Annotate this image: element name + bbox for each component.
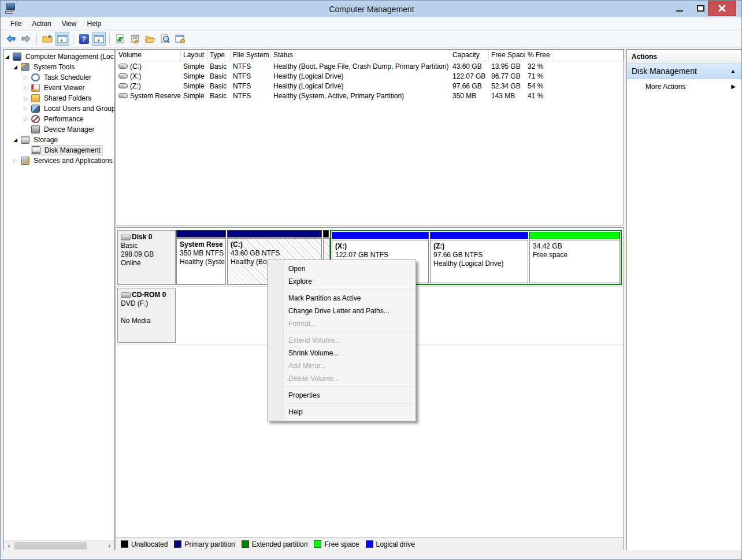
menu-item-delete-volume: Delete Volume... bbox=[268, 372, 415, 385]
tree-item-label: Computer Management (Local bbox=[24, 52, 114, 61]
volume-row-system-reserved[interactable]: System Reserved Simple Basic NTFS Health… bbox=[116, 91, 624, 101]
menu-item-open[interactable]: Open bbox=[268, 262, 415, 275]
menu-item-mark-partition-active[interactable]: Mark Partition as Active bbox=[268, 292, 415, 305]
export-list-icon[interactable] bbox=[40, 32, 54, 46]
tree-item-performance[interactable]: Performance bbox=[4, 114, 114, 124]
partition-z[interactable]: (Z:) 97.66 GB NTFS Healthy (Logical Driv… bbox=[430, 232, 528, 283]
legend-item-unallocated: Unallocated bbox=[121, 540, 168, 548]
partition-free-space[interactable]: 34.42 GB Free space bbox=[529, 232, 620, 283]
menu-file[interactable]: File bbox=[5, 18, 27, 29]
scrollbar-thumb[interactable] bbox=[14, 542, 87, 550]
tree-item-disk-management[interactable]: Disk Management bbox=[4, 145, 114, 155]
tree-item-shared-folders[interactable]: Shared Folders bbox=[4, 93, 114, 103]
volume-pct-free: 32 % bbox=[525, 61, 554, 71]
tree-item-label: Device Manager bbox=[42, 125, 96, 134]
column-header-pct-free[interactable]: % Free bbox=[525, 50, 554, 61]
legend-label: Extended partition bbox=[252, 540, 308, 548]
back-icon[interactable] bbox=[4, 32, 18, 46]
help-icon[interactable]: ? bbox=[77, 32, 91, 46]
collapse-chevron-icon[interactable] bbox=[730, 68, 736, 74]
show-action-pane-icon[interactable] bbox=[92, 32, 106, 46]
menu-item-help[interactable]: Help bbox=[268, 406, 415, 418]
disk-management-icon bbox=[32, 146, 40, 154]
menu-item-explore[interactable]: Explore bbox=[268, 275, 415, 288]
tree-item-task-scheduler[interactable]: Task Scheduler bbox=[4, 72, 114, 83]
volume-capacity: 43.60 GB bbox=[450, 61, 489, 71]
scroll-right-icon[interactable] bbox=[105, 541, 114, 551]
legend-label: Primary partition bbox=[184, 540, 235, 548]
column-header-capacity[interactable]: Capacity bbox=[450, 50, 489, 61]
more-actions-item[interactable]: More Actions bbox=[627, 79, 741, 94]
expand-arrow-icon[interactable] bbox=[24, 95, 31, 101]
tree-item-computer-management[interactable]: Computer Management (Local bbox=[4, 51, 114, 62]
volume-row-c[interactable]: (C:) Simple Basic NTFS Healthy (Boot, Pa… bbox=[116, 61, 624, 71]
expand-arrow-icon[interactable] bbox=[24, 106, 31, 112]
menu-item-change-drive-letter[interactable]: Change Drive Letter and Paths... bbox=[268, 305, 415, 317]
column-header-file-system[interactable]: File System bbox=[231, 50, 271, 61]
tree-item-label: Event Viewer bbox=[42, 83, 86, 92]
volume-capacity: 97.66 GB bbox=[450, 81, 489, 91]
expand-arrow-icon[interactable] bbox=[24, 116, 31, 122]
expand-arrow-icon[interactable] bbox=[24, 85, 31, 91]
menu-item-format: Format... bbox=[268, 317, 415, 330]
disk-status: Online bbox=[121, 259, 172, 268]
tree-item-device-manager[interactable]: Device Manager bbox=[4, 124, 114, 135]
column-header-layout[interactable]: Layout bbox=[181, 50, 207, 61]
close-button[interactable] bbox=[708, 1, 736, 16]
expand-arrow-icon[interactable] bbox=[13, 158, 21, 164]
partition-size: 122.07 GB NTFS bbox=[335, 251, 425, 259]
tree-item-system-tools[interactable]: System Tools bbox=[4, 62, 114, 72]
cdrom-info-box[interactable]: CD-ROM 0 DVD (F:) No Media bbox=[117, 288, 176, 343]
tree-item-storage[interactable]: Storage bbox=[4, 135, 114, 145]
primary-partition-bar bbox=[227, 230, 322, 238]
tree-item-label: Storage bbox=[32, 135, 60, 144]
cdrom-drive-letter: DVD (F:) bbox=[121, 299, 172, 308]
open-folder-icon[interactable] bbox=[143, 32, 157, 46]
show-console-tree-icon[interactable] bbox=[55, 32, 69, 46]
column-header-type[interactable]: Type bbox=[207, 50, 231, 61]
column-header-status[interactable]: Status bbox=[271, 50, 450, 61]
disk-type: Basic bbox=[121, 242, 172, 250]
disk0-info-box[interactable]: Disk 0 Basic 298.09 GB Online bbox=[117, 230, 176, 285]
console-customize-icon[interactable] bbox=[173, 32, 187, 46]
expand-arrow-icon[interactable] bbox=[13, 137, 21, 143]
menu-help[interactable]: Help bbox=[82, 18, 107, 29]
volume-type: Basic bbox=[207, 71, 231, 81]
find-icon[interactable] bbox=[158, 32, 172, 46]
menu-item-shrink-volume[interactable]: Shrink Volume... bbox=[268, 347, 415, 359]
column-header-free-space[interactable]: Free Space bbox=[489, 50, 525, 61]
expand-arrow-icon[interactable] bbox=[13, 64, 21, 70]
tree-item-local-users-and-groups[interactable]: Local Users and Groups bbox=[4, 103, 114, 114]
tree-item-event-viewer[interactable]: Event Viewer bbox=[4, 83, 114, 93]
menu-action[interactable]: Action bbox=[27, 18, 56, 29]
legend-item-logical-drive: Logical drive bbox=[366, 540, 415, 548]
title-bar[interactable]: Computer Management bbox=[1, 1, 742, 17]
disk-legend: Unallocated Primary partition Extended p… bbox=[116, 537, 624, 550]
volume-name: (C:) bbox=[130, 62, 142, 71]
primary-partition-swatch-icon bbox=[174, 540, 181, 548]
expand-arrow-icon[interactable] bbox=[24, 75, 31, 80]
refresh-icon[interactable] bbox=[113, 32, 127, 46]
maximize-button[interactable] bbox=[691, 1, 710, 16]
volume-row-x[interactable]: (X:) Simple Basic NTFS Healthy (Logical … bbox=[116, 71, 624, 81]
volume-fs: NTFS bbox=[231, 81, 271, 91]
menu-view[interactable]: View bbox=[57, 18, 82, 29]
scroll-left-icon[interactable] bbox=[4, 541, 14, 551]
partition-system-reserved[interactable]: System Rese 350 MB NTFS Healthy (Syste bbox=[176, 230, 226, 285]
menu-item-add-mirror: Add Mirror... bbox=[268, 359, 415, 372]
tree-horizontal-scrollbar[interactable] bbox=[4, 540, 114, 550]
actions-group-disk-management[interactable]: Disk Management bbox=[627, 64, 741, 79]
local-users-icon bbox=[31, 105, 40, 113]
expand-arrow-icon[interactable] bbox=[5, 54, 13, 60]
volume-name: (Z:) bbox=[130, 82, 141, 90]
forward-icon[interactable] bbox=[19, 32, 33, 46]
properties-icon[interactable] bbox=[128, 32, 142, 46]
volume-type: Basic bbox=[207, 81, 231, 91]
tree-item-services-and-applications[interactable]: Services and Applications bbox=[4, 155, 114, 166]
volume-row-z[interactable]: (Z:) Simple Basic NTFS Healthy (Logical … bbox=[116, 81, 624, 91]
column-header-volume[interactable]: Volume bbox=[116, 50, 181, 61]
menu-item-properties[interactable]: Properties bbox=[268, 389, 415, 402]
disk-name: Disk 0 bbox=[132, 233, 152, 242]
minimize-button[interactable] bbox=[670, 1, 689, 16]
tree-item-label: Shared Folders bbox=[42, 94, 93, 103]
